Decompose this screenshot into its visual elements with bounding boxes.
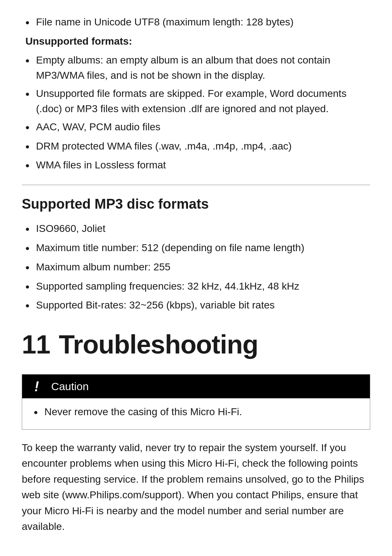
first-bullet-item: • File name in Unicode UTF8 (maximum len… xyxy=(22,15,370,31)
caution-header: ! Caution xyxy=(22,375,370,398)
mp3-section-title: Supported MP3 disc formats xyxy=(22,194,370,214)
mp3-item-3: • Supported sampling frequencies: 32 kHz… xyxy=(22,279,370,295)
mp3-text-2: Maximum album number: 255 xyxy=(36,259,370,275)
mp3-item-4: • Supported Bit-rates: 32~256 (kbps), va… xyxy=(22,298,370,314)
unsupported-text-4: WMA files in Lossless format xyxy=(36,158,370,173)
caution-icon: ! xyxy=(29,379,45,394)
warranty-text: To keep the warranty valid, never try to… xyxy=(22,440,370,534)
mp3-text-3: Supported sampling frequencies: 32 kHz, … xyxy=(36,279,370,294)
bullet-dot: • xyxy=(25,53,29,69)
chapter-title: Troubleshooting xyxy=(59,330,258,359)
chapter-number: 11 xyxy=(22,330,50,359)
caution-bullet-text: Never remove the casing of this Micro Hi… xyxy=(44,404,362,420)
mp3-item-2: • Maximum album number: 255 xyxy=(22,259,370,276)
bullet-dot: • xyxy=(25,259,29,276)
bullet-dot: • xyxy=(34,404,38,421)
mp3-text-0: ISO9660, Joliet xyxy=(36,221,370,236)
unsupported-heading: Unsupported formats: xyxy=(22,34,370,49)
caution-bullet-item: • Never remove the casing of this Micro … xyxy=(30,404,362,421)
unsupported-item-4: • WMA files in Lossless format xyxy=(22,158,370,174)
unsupported-item-3: • DRM protected WMA files (.wav, .m4a, .… xyxy=(22,139,370,155)
caution-label: Caution xyxy=(51,378,89,394)
unsupported-text-0: Empty albums: an empty album is an album… xyxy=(36,53,370,83)
exclamation-icon: ! xyxy=(34,380,39,393)
unsupported-item-0: • Empty albums: an empty album is an alb… xyxy=(22,53,370,83)
bullet-dot: • xyxy=(25,298,29,314)
bullet-dot: • xyxy=(25,279,29,295)
mp3-item-1: • Maximum title number: 512 (depending o… xyxy=(22,240,370,257)
caution-body: • Never remove the casing of this Micro … xyxy=(22,398,370,429)
unsupported-text-1: Unsupported file formats are skipped. Fo… xyxy=(36,86,370,116)
bullet-dot: • xyxy=(25,119,29,136)
unsupported-list: • Empty albums: an empty album is an alb… xyxy=(22,53,370,174)
chapter-heading: 11Troubleshooting xyxy=(22,325,370,364)
caution-box: ! Caution • Never remove the casing of t… xyxy=(22,374,370,430)
bullet-dot: • xyxy=(25,158,29,174)
mp3-text-1: Maximum title number: 512 (depending on … xyxy=(36,240,370,255)
first-bullet-text: File name in Unicode UTF8 (maximum lengt… xyxy=(36,15,370,30)
section-divider xyxy=(22,185,370,185)
mp3-text-4: Supported Bit-rates: 32~256 (kbps), vari… xyxy=(36,298,370,313)
unsupported-item-1: • Unsupported file formats are skipped. … xyxy=(22,86,370,116)
unsupported-item-2: • AAC, WAV, PCM audio files xyxy=(22,119,370,136)
mp3-item-0: • ISO9660, Joliet xyxy=(22,221,370,237)
unsupported-text-3: DRM protected WMA files (.wav, .m4a, .m4… xyxy=(36,139,370,154)
bullet-dot: • xyxy=(25,86,29,102)
bullet-dot: • xyxy=(25,240,29,257)
bullet-dot: • xyxy=(25,15,29,31)
bullet-dot: • xyxy=(25,139,29,155)
mp3-list: • ISO9660, Joliet • Maximum title number… xyxy=(22,221,370,314)
bullet-dot: • xyxy=(25,221,29,237)
unsupported-text-2: AAC, WAV, PCM audio files xyxy=(36,119,370,135)
